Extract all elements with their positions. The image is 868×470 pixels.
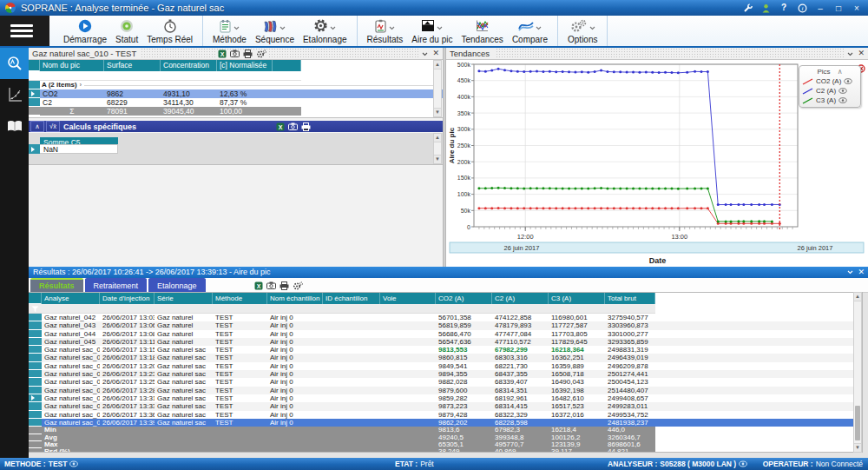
filter-cell[interactable]: [42, 304, 100, 314]
analysis-row[interactable]: Gaz naturel sac_00426/06/2017 13:23Gaz n…: [29, 370, 862, 378]
resultats-button[interactable]: Résultats: [363, 16, 408, 46]
filter-cell[interactable]: [380, 304, 436, 314]
analysis-row[interactable]: Gaz naturel sac_00726/06/2017 13:31Gaz n…: [29, 394, 862, 402]
info-icon[interactable]: i: [796, 3, 808, 13]
eye-icon[interactable]: [838, 88, 847, 94]
tab-retraitement[interactable]: Retraitement: [85, 278, 148, 292]
column-header[interactable]: Méthode: [213, 293, 267, 304]
close-button[interactable]: ×: [851, 3, 863, 13]
statut-button[interactable]: Statut: [111, 16, 142, 46]
print-icon[interactable]: [279, 281, 289, 290]
calc-collapse-icon[interactable]: ∧: [30, 121, 44, 132]
etalonnage-dropdown-icon[interactable]: [330, 18, 336, 34]
restore-button[interactable]: □: [832, 3, 845, 13]
aire-du-pic-dropdown-icon[interactable]: [437, 18, 443, 34]
user-icon[interactable]: [760, 3, 772, 13]
analysis-row[interactable]: Gaz naturel sac_00526/06/2017 13:25Gaz n…: [29, 378, 862, 386]
chart-legend[interactable]: Pics ∧ CO2 (A)C2 (A)C3 (A): [799, 65, 861, 108]
eye-icon[interactable]: [69, 460, 78, 467]
peak-table-scrollbar[interactable]: ▲▼: [433, 60, 442, 117]
filter-cell[interactable]: [273, 71, 301, 81]
analysis-row[interactable]: Gaz naturel sac_00126/06/2017 13:15Gaz n…: [29, 346, 862, 354]
column-header[interactable]: Concentration: [161, 60, 217, 71]
calc-panel-header[interactable]: ∧ √x̄ Calculs spécifiques X: [29, 121, 443, 132]
eye-icon[interactable]: [838, 97, 847, 103]
analysis-row[interactable]: Gaz naturel sac_00926/06/2017 13:36Gaz n…: [29, 411, 862, 419]
analyses-table-scrollbar[interactable]: ▲ ▼: [853, 292, 862, 453]
methode-dropdown-icon[interactable]: [233, 18, 240, 34]
sidebar-item-calibration[interactable]: [0, 79, 29, 110]
help-icon[interactable]: ?: [778, 3, 790, 13]
aire-du-pic-button[interactable]: Aire du pic: [407, 16, 457, 46]
snapshot-camera-icon[interactable]: [230, 50, 240, 57]
resultats-dropdown-icon[interactable]: [389, 18, 395, 34]
column-header[interactable]: C3 (A): [549, 293, 605, 304]
options-dropdown-icon[interactable]: [589, 18, 595, 34]
compare-button[interactable]: Compare: [508, 16, 552, 46]
analysis-row[interactable]: Gaz naturel_04526/06/2017 13:11Gaz natur…: [29, 338, 862, 346]
peak-table-filter-row[interactable]: [29, 71, 443, 81]
legend-entry[interactable]: CO2 (A): [802, 76, 858, 86]
eye-icon[interactable]: [844, 78, 852, 84]
peak-results-panel-header[interactable]: Gaz naturel sac_010 - TEST X ✕: [29, 48, 443, 60]
methode-button[interactable]: Méthode: [208, 16, 251, 46]
excel-export-icon[interactable]: X: [276, 122, 285, 131]
filter-cell[interactable]: [161, 71, 217, 81]
settings-gear-small-icon[interactable]: [256, 50, 266, 58]
main-menu-button[interactable]: [0, 16, 49, 46]
excel-export-icon[interactable]: X: [254, 281, 263, 290]
column-header[interactable]: Série: [155, 293, 213, 304]
filter-cell[interactable]: [605, 304, 655, 314]
tools-wrench-icon[interactable]: [741, 3, 753, 13]
tab-resultats[interactable]: Résultats: [30, 278, 83, 292]
filter-cell[interactable]: [213, 304, 267, 314]
calc-table-scrollbar[interactable]: ▲▼: [433, 133, 442, 164]
snapshot-camera-icon[interactable]: [288, 122, 298, 130]
analysis-row[interactable]: Gaz naturel sac_00626/06/2017 13:28Gaz n…: [29, 387, 862, 394]
analysis-row[interactable]: Gaz naturel sac_00226/06/2017 13:18Gaz n…: [29, 354, 862, 361]
analysis-row[interactable]: Gaz naturel sac_00826/06/2017 13:33Gaz n…: [29, 402, 862, 410]
excel-export-icon[interactable]: X: [218, 50, 227, 58]
legend-entry[interactable]: C3 (A): [802, 96, 858, 105]
panel-collapse-icon[interactable]: [847, 267, 853, 278]
compare-dropdown-icon[interactable]: [536, 18, 542, 34]
peak-row[interactable]: CO298624931,1012,63 %: [29, 89, 443, 98]
filter-cell[interactable]: [155, 304, 213, 314]
tab-etalonnage[interactable]: Etalonnage: [148, 278, 206, 292]
peak-row[interactable]: C26822934114,3087,37 %: [29, 98, 443, 107]
settings-gear-small-icon[interactable]: [293, 281, 303, 290]
analysis-row[interactable]: Gaz naturel_04326/06/2017 13:06Gaz natur…: [29, 321, 862, 329]
filter-cell[interactable]: [104, 71, 161, 81]
results-caption-bar[interactable]: Résultats : 26/06/2017 10:26:41 -> 26/06…: [29, 267, 868, 278]
column-header[interactable]: Voie: [380, 293, 436, 304]
column-header[interactable]: Surface: [104, 60, 161, 71]
filter-cell[interactable]: [436, 304, 492, 314]
column-header[interactable]: CO2 (A): [436, 293, 492, 304]
filter-cell[interactable]: [40, 71, 104, 81]
peak-group-row[interactable]: A (2 items)›: [29, 81, 443, 89]
print-icon[interactable]: [243, 50, 253, 58]
analyses-filter-row[interactable]: [29, 304, 862, 314]
eye-icon[interactable]: [739, 460, 747, 467]
filter-funnel-icon[interactable]: [29, 304, 42, 314]
demarrage-button[interactable]: Démarrage: [59, 16, 111, 46]
filter-cell[interactable]: [217, 71, 273, 81]
filter-cell[interactable]: [100, 304, 155, 314]
panel-collapse-icon[interactable]: [847, 49, 853, 58]
column-header[interactable]: ID échantillon: [323, 293, 380, 304]
column-header[interactable]: Nom échantillon: [267, 293, 323, 304]
analysis-row[interactable]: Gaz naturel sac_01026/06/2017 13:39Gaz n…: [29, 419, 862, 427]
column-header[interactable]: Analyse: [42, 293, 100, 304]
column-header[interactable]: [c] Normalisée: [217, 60, 273, 71]
panel-collapse-icon[interactable]: [422, 49, 428, 58]
filter-cell[interactable]: [323, 304, 380, 314]
analysis-row[interactable]: Gaz naturel sac_00326/06/2017 13:20Gaz n…: [29, 362, 862, 370]
filter-cell[interactable]: [549, 304, 605, 314]
legend-collapse-icon[interactable]: ∧: [838, 68, 843, 76]
calc-value-row[interactable]: NaN: [29, 144, 443, 154]
panel-close-icon[interactable]: ✕: [858, 50, 865, 57]
panel-close-icon[interactable]: ✕: [858, 268, 865, 276]
minimize-button[interactable]: –: [814, 3, 826, 13]
column-header[interactable]: Nom du pic: [40, 60, 104, 71]
column-header[interactable]: Date d'injection: [100, 293, 155, 304]
